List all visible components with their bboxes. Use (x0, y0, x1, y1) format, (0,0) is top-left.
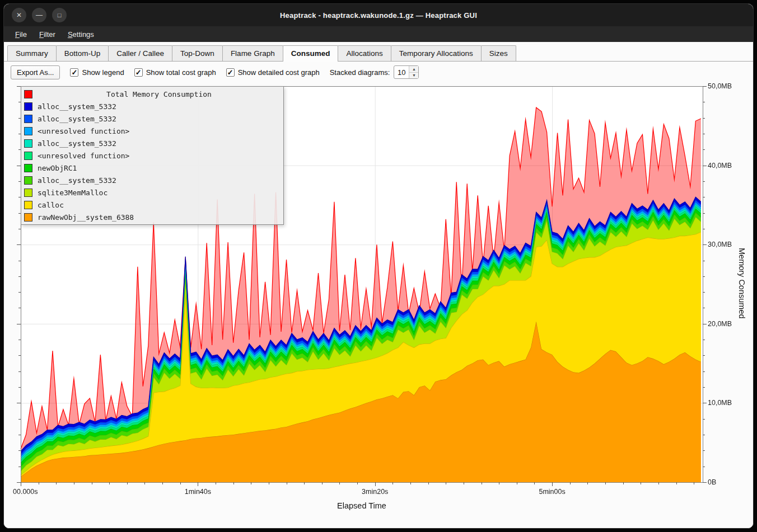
checkbox-icon: ✓ (226, 68, 235, 77)
tab-temporary-allocations[interactable]: Temporary Allocations (391, 45, 482, 61)
y-axis-title: Memory Consumed (737, 248, 746, 319)
checkbox-icon: ✓ (134, 68, 143, 77)
legend-title-row: Total Memory Consumption (24, 88, 281, 100)
maximize-icon: □ (58, 12, 62, 18)
legend-row: alloc__system_5332 (24, 174, 281, 186)
legend-label: alloc__system_5332 (38, 115, 116, 123)
legend-swatch (24, 115, 32, 123)
legend-label: alloc__system_5332 (38, 102, 116, 111)
tab-consumed[interactable]: Consumed (283, 45, 339, 62)
menubar: FileFilterSettings (4, 26, 753, 42)
legend-swatch (24, 213, 32, 222)
tab-allocations[interactable]: Allocations (338, 45, 391, 61)
legend-label: newObjRC1 (38, 164, 77, 172)
minimize-button[interactable]: — (32, 8, 46, 22)
stacked-diagrams-value: 10 (394, 66, 409, 78)
menu-filter[interactable]: Filter (34, 28, 61, 41)
checkbox-label: Show total cost graph (146, 68, 216, 77)
legend-swatch (24, 189, 32, 197)
stacked-diagrams-spinbox[interactable]: 10 ▲ ▼ (394, 65, 419, 79)
legend-swatch (24, 176, 32, 185)
menu-settings[interactable]: Settings (62, 28, 100, 41)
minimize-icon: — (36, 12, 43, 18)
legend-label: calloc (38, 201, 64, 209)
chart-area: Total Memory Consumptionalloc__system_53… (4, 83, 753, 528)
x-axis-title: Elapsed Time (21, 501, 703, 510)
checkbox-container: ✓Show legend✓Show total cost graph✓Show … (70, 68, 319, 77)
export-as-button[interactable]: Export As... (11, 65, 60, 79)
window-title: Heaptrack - heaptrack.wakunode.1.gz — He… (280, 11, 477, 20)
tab-caller-callee[interactable]: Caller / Callee (108, 45, 172, 61)
legend-row: sqlite3MemMalloc (24, 186, 281, 199)
spin-arrows: ▲ ▼ (409, 66, 418, 78)
legend-row: alloc__system_5332 (24, 137, 281, 149)
spin-up-icon[interactable]: ▲ (409, 66, 418, 73)
checkbox-label: Show detailed cost graph (238, 68, 320, 77)
tab-bottom-up[interactable]: Bottom-Up (56, 45, 109, 61)
close-button[interactable]: ✕ (12, 8, 26, 22)
titlebar[interactable]: ✕ — □ Heaptrack - heaptrack.wakunode.1.g… (4, 4, 753, 26)
tab-flame-graph[interactable]: Flame Graph (222, 45, 283, 61)
stacked-diagrams-label: Stacked diagrams: (330, 68, 390, 77)
maximize-button[interactable]: □ (52, 8, 67, 22)
legend-swatch (24, 139, 32, 148)
legend-swatch (24, 127, 32, 135)
menu-file[interactable]: File (10, 28, 32, 41)
legend-label: alloc__system_5332 (38, 176, 116, 185)
legend-label: sqlite3MemMalloc (38, 189, 108, 197)
checkbox-show-legend[interactable]: ✓Show legend (70, 68, 124, 77)
legend-label: <unresolved function> (38, 152, 129, 160)
legend-swatch (24, 201, 32, 209)
checkbox-show-detailed-cost-graph[interactable]: ✓Show detailed cost graph (226, 68, 320, 77)
tab-top-down[interactable]: Top-Down (172, 45, 223, 61)
toolbar: Export As... ✓Show legend✓Show total cos… (4, 62, 753, 83)
legend-swatch (24, 152, 32, 160)
legend-row: calloc (24, 199, 281, 211)
heaptrack-window: ✕ — □ Heaptrack - heaptrack.wakunode.1.g… (3, 3, 754, 529)
legend-row: <unresolved function> (24, 149, 281, 162)
legend-label: Total Memory Consumption (38, 90, 281, 98)
checkbox-icon: ✓ (70, 68, 78, 77)
legend-row: rawNewObj__system_6388 (24, 211, 281, 223)
legend-swatch (24, 90, 32, 98)
legend-row: alloc__system_5332 (24, 112, 281, 125)
legend-swatch (24, 102, 32, 111)
legend-swatch (24, 164, 32, 172)
legend-row: newObjRC1 (24, 162, 281, 174)
tab-summary[interactable]: Summary (7, 45, 57, 61)
tabbar: SummaryBottom-UpCaller / CalleeTop-DownF… (4, 42, 753, 62)
legend-label: <unresolved function> (38, 127, 129, 135)
window-controls: ✕ — □ (12, 8, 67, 22)
tab-sizes[interactable]: Sizes (481, 45, 516, 61)
chart-legend: Total Memory Consumptionalloc__system_53… (21, 86, 284, 225)
legend-row: alloc__system_5332 (24, 100, 281, 112)
close-icon: ✕ (16, 12, 22, 18)
legend-label: rawNewObj__system_6388 (38, 213, 134, 222)
spin-down-icon[interactable]: ▼ (409, 73, 418, 79)
checkbox-label: Show legend (82, 68, 124, 77)
stacked-diagrams-group: Stacked diagrams: 10 ▲ ▼ (330, 65, 419, 79)
legend-label: alloc__system_5332 (38, 139, 116, 148)
checkbox-show-total-cost-graph[interactable]: ✓Show total cost graph (134, 68, 216, 77)
legend-row: <unresolved function> (24, 125, 281, 137)
